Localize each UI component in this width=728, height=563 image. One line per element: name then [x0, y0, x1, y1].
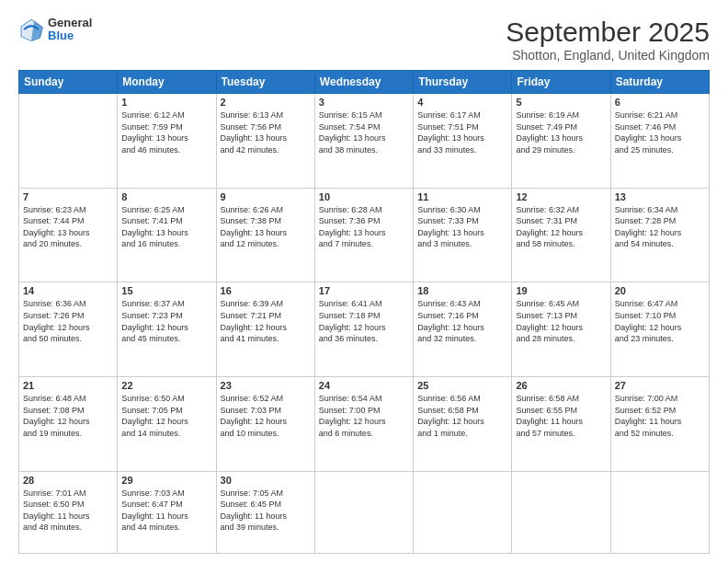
calendar-cell: 8Sunrise: 6:25 AM Sunset: 7:41 PM Daylig…: [118, 188, 216, 282]
month-title: September 2025: [506, 17, 710, 48]
day-info: Sunrise: 7:00 AM Sunset: 6:52 PM Dayligh…: [615, 393, 705, 439]
logo-icon: [18, 17, 44, 42]
col-monday: Monday: [118, 71, 216, 94]
subtitle: Shotton, England, United Kingdom: [506, 48, 710, 63]
day-info: Sunrise: 6:47 AM Sunset: 7:10 PM Dayligh…: [615, 298, 705, 344]
day-number: 24: [319, 380, 409, 391]
week-row-1: 1Sunrise: 6:12 AM Sunset: 7:59 PM Daylig…: [19, 94, 710, 189]
calendar-cell: 10Sunrise: 6:28 AM Sunset: 7:36 PM Dayli…: [314, 188, 413, 282]
day-number: 22: [121, 380, 211, 391]
day-number: 8: [121, 191, 211, 202]
day-number: 25: [417, 380, 507, 391]
day-number: 26: [516, 380, 606, 391]
col-tuesday: Tuesday: [216, 71, 314, 94]
day-info: Sunrise: 6:56 AM Sunset: 6:58 PM Dayligh…: [417, 393, 507, 439]
col-sunday: Sunday: [19, 71, 118, 94]
calendar-cell: 24Sunrise: 6:54 AM Sunset: 7:00 PM Dayli…: [314, 376, 413, 471]
day-info: Sunrise: 6:39 AM Sunset: 7:21 PM Dayligh…: [221, 298, 311, 344]
title-block: September 2025 Shotton, England, United …: [506, 17, 710, 63]
header-row: Sunday Monday Tuesday Wednesday Thursday…: [19, 71, 710, 94]
calendar-cell: 18Sunrise: 6:43 AM Sunset: 7:16 PM Dayli…: [414, 282, 512, 377]
day-info: Sunrise: 6:26 AM Sunset: 7:38 PM Dayligh…: [221, 204, 311, 250]
week-row-2: 7Sunrise: 6:23 AM Sunset: 7:44 PM Daylig…: [19, 188, 710, 282]
header: General Blue September 2025 Shotton, Eng…: [18, 17, 710, 63]
day-info: Sunrise: 6:30 AM Sunset: 7:33 PM Dayligh…: [417, 204, 507, 250]
day-number: 13: [615, 191, 705, 202]
day-number: 30: [221, 475, 311, 486]
calendar-cell: 15Sunrise: 6:37 AM Sunset: 7:23 PM Dayli…: [118, 282, 216, 377]
day-number: 4: [417, 97, 507, 108]
day-info: Sunrise: 6:34 AM Sunset: 7:28 PM Dayligh…: [615, 204, 705, 250]
calendar-cell: 13Sunrise: 6:34 AM Sunset: 7:28 PM Dayli…: [610, 188, 709, 282]
calendar-cell: 26Sunrise: 6:58 AM Sunset: 6:55 PM Dayli…: [512, 376, 610, 471]
day-number: 7: [23, 191, 113, 202]
calendar-cell: [512, 471, 610, 553]
week-row-4: 21Sunrise: 6:48 AM Sunset: 7:08 PM Dayli…: [19, 376, 710, 471]
calendar-cell: 14Sunrise: 6:36 AM Sunset: 7:26 PM Dayli…: [19, 282, 118, 377]
col-friday: Friday: [512, 71, 610, 94]
calendar-cell: 19Sunrise: 6:45 AM Sunset: 7:13 PM Dayli…: [512, 282, 610, 377]
day-info: Sunrise: 6:17 AM Sunset: 7:51 PM Dayligh…: [417, 109, 507, 155]
day-info: Sunrise: 6:32 AM Sunset: 7:31 PM Dayligh…: [516, 204, 606, 250]
day-number: 2: [221, 97, 311, 108]
day-info: Sunrise: 7:05 AM Sunset: 6:45 PM Dayligh…: [221, 488, 311, 534]
day-number: 16: [221, 285, 311, 296]
day-number: 20: [615, 285, 705, 296]
day-info: Sunrise: 6:43 AM Sunset: 7:16 PM Dayligh…: [417, 298, 507, 344]
day-info: Sunrise: 7:01 AM Sunset: 6:50 PM Dayligh…: [23, 488, 113, 534]
logo-text: General Blue: [48, 17, 92, 43]
calendar-cell: 1Sunrise: 6:12 AM Sunset: 7:59 PM Daylig…: [118, 94, 216, 189]
day-info: Sunrise: 6:23 AM Sunset: 7:44 PM Dayligh…: [23, 204, 113, 250]
week-row-5: 28Sunrise: 7:01 AM Sunset: 6:50 PM Dayli…: [19, 471, 710, 553]
day-number: 14: [23, 285, 113, 296]
day-info: Sunrise: 6:21 AM Sunset: 7:46 PM Dayligh…: [615, 109, 705, 155]
day-info: Sunrise: 6:19 AM Sunset: 7:49 PM Dayligh…: [516, 109, 606, 155]
day-number: 12: [516, 191, 606, 202]
day-number: 3: [319, 97, 409, 108]
calendar-cell: 7Sunrise: 6:23 AM Sunset: 7:44 PM Daylig…: [19, 188, 118, 282]
page: General Blue September 2025 Shotton, Eng…: [0, 0, 728, 563]
week-row-3: 14Sunrise: 6:36 AM Sunset: 7:26 PM Dayli…: [19, 282, 710, 377]
day-info: Sunrise: 6:25 AM Sunset: 7:41 PM Dayligh…: [121, 204, 211, 250]
calendar-cell: 23Sunrise: 6:52 AM Sunset: 7:03 PM Dayli…: [216, 376, 314, 471]
day-number: 18: [417, 285, 507, 296]
day-number: 15: [121, 285, 211, 296]
calendar-cell: 29Sunrise: 7:03 AM Sunset: 6:47 PM Dayli…: [118, 471, 216, 553]
calendar-cell: 22Sunrise: 6:50 AM Sunset: 7:05 PM Dayli…: [118, 376, 216, 471]
day-info: Sunrise: 6:54 AM Sunset: 7:00 PM Dayligh…: [319, 393, 409, 439]
calendar-cell: 28Sunrise: 7:01 AM Sunset: 6:50 PM Dayli…: [19, 471, 118, 553]
calendar-cell: 2Sunrise: 6:13 AM Sunset: 7:56 PM Daylig…: [216, 94, 314, 189]
logo-blue-text: Blue: [48, 29, 92, 42]
calendar-cell: [19, 94, 118, 189]
calendar-cell: 11Sunrise: 6:30 AM Sunset: 7:33 PM Dayli…: [414, 188, 512, 282]
calendar-cell: 6Sunrise: 6:21 AM Sunset: 7:46 PM Daylig…: [610, 94, 709, 189]
day-number: 10: [319, 191, 409, 202]
calendar-cell: [414, 471, 512, 553]
day-number: 17: [319, 285, 409, 296]
day-info: Sunrise: 6:13 AM Sunset: 7:56 PM Dayligh…: [221, 109, 311, 155]
day-number: 27: [615, 380, 705, 391]
day-info: Sunrise: 6:58 AM Sunset: 6:55 PM Dayligh…: [516, 393, 606, 439]
calendar-cell: 16Sunrise: 6:39 AM Sunset: 7:21 PM Dayli…: [216, 282, 314, 377]
day-number: 23: [221, 380, 311, 391]
day-info: Sunrise: 7:03 AM Sunset: 6:47 PM Dayligh…: [121, 488, 211, 534]
calendar-cell: 5Sunrise: 6:19 AM Sunset: 7:49 PM Daylig…: [512, 94, 610, 189]
day-info: Sunrise: 6:52 AM Sunset: 7:03 PM Dayligh…: [221, 393, 311, 439]
day-info: Sunrise: 6:41 AM Sunset: 7:18 PM Dayligh…: [319, 298, 409, 344]
day-number: 1: [121, 97, 211, 108]
calendar-cell: 17Sunrise: 6:41 AM Sunset: 7:18 PM Dayli…: [314, 282, 413, 377]
calendar-cell: [314, 471, 413, 553]
day-info: Sunrise: 6:12 AM Sunset: 7:59 PM Dayligh…: [121, 109, 211, 155]
day-number: 9: [221, 191, 311, 202]
col-saturday: Saturday: [610, 71, 709, 94]
calendar-cell: 12Sunrise: 6:32 AM Sunset: 7:31 PM Dayli…: [512, 188, 610, 282]
calendar-cell: 25Sunrise: 6:56 AM Sunset: 6:58 PM Dayli…: [414, 376, 512, 471]
calendar-cell: 21Sunrise: 6:48 AM Sunset: 7:08 PM Dayli…: [19, 376, 118, 471]
calendar-cell: [610, 471, 709, 553]
calendar-cell: 9Sunrise: 6:26 AM Sunset: 7:38 PM Daylig…: [216, 188, 314, 282]
day-info: Sunrise: 6:36 AM Sunset: 7:26 PM Dayligh…: [23, 298, 113, 344]
col-wednesday: Wednesday: [314, 71, 413, 94]
day-number: 11: [417, 191, 507, 202]
calendar-cell: 27Sunrise: 7:00 AM Sunset: 6:52 PM Dayli…: [610, 376, 709, 471]
day-info: Sunrise: 6:37 AM Sunset: 7:23 PM Dayligh…: [121, 298, 211, 344]
